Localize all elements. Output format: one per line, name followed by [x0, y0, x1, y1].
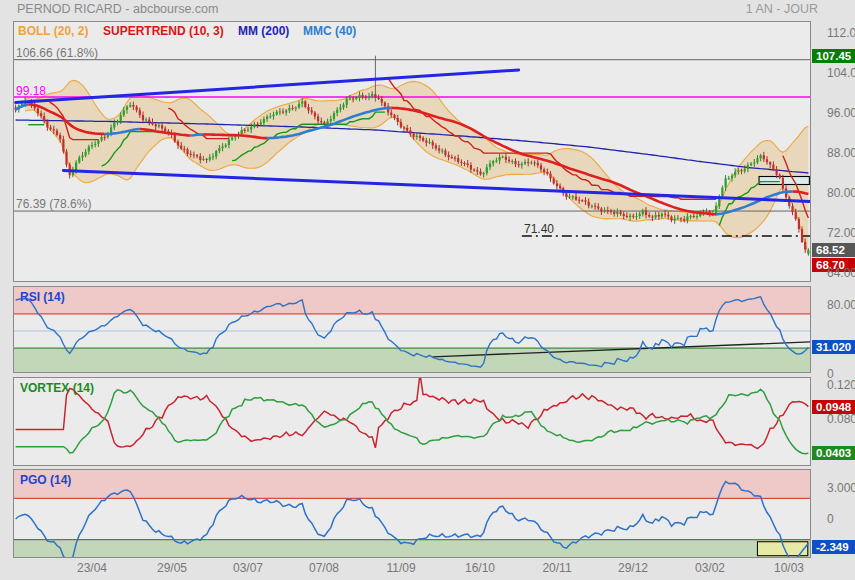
rsi-panel-label: RSI (14) [20, 290, 65, 304]
year-high-badge: 107.45 [812, 49, 855, 63]
vortex-axis-label: 0.0800 [827, 412, 855, 426]
date-axis-label: 23/04 [77, 561, 107, 575]
rsi-axis-label: 80.00 [827, 298, 855, 312]
price-axis-label: 112.00 [827, 26, 855, 40]
fib-786-label: 76.39 (78.6%) [16, 197, 91, 211]
date-axis-label: 16/10 [465, 561, 495, 575]
rsi-value-badge: 31.020 [812, 340, 855, 354]
price-axis-label: 88.00 [827, 146, 855, 160]
price-axis-label: 80.00 [827, 186, 855, 200]
price-axis-label: 72.00 [827, 226, 855, 240]
price-axis-label: 104.00 [827, 66, 855, 80]
last-price-badge: 68.52 [812, 243, 855, 257]
price-axis-label: 64.00 [827, 266, 855, 280]
level-9918-label: 99.18 [16, 84, 46, 98]
vortex-plus-badge: 0.0403 [812, 446, 855, 460]
date-axis-label: 29/12 [618, 561, 648, 575]
instrument-title: PERNOD RICARD - abcbourse.com [17, 2, 218, 16]
pgo-axis-label: 3.000 [827, 481, 855, 495]
date-axis-label: 03/02 [695, 561, 725, 575]
price-axis-label: 96.00 [827, 106, 855, 120]
date-axis-label: 29/05 [157, 561, 187, 575]
period-selector-label: 1 AN - JOUR [746, 2, 818, 16]
pgo-axis-label: 0 [827, 512, 834, 526]
vortex-panel-label: VORTEX (14) [20, 381, 94, 395]
pgo-value-badge: -2.349 [812, 540, 855, 554]
vortex-axis-label: 0.1200 [827, 378, 855, 392]
legend-bollinger[interactable]: BOLL (20, 2) [18, 24, 88, 38]
chart-canvas[interactable] [0, 0, 855, 580]
date-axis-label: 11/09 [386, 561, 415, 575]
chart-application: PERNOD RICARD - abcbourse.com 1 AN - JOU… [0, 0, 855, 580]
date-axis-label: 20/11 [542, 561, 571, 575]
date-axis-label: 07/08 [309, 561, 339, 575]
level-7140-label: 71.40 [524, 222, 554, 236]
fib-618-label: 106.66 (61.8%) [16, 46, 98, 60]
legend-mm200[interactable]: MM (200) [238, 24, 289, 38]
legend-supertrend[interactable]: SUPERTREND (10, 3) [103, 24, 224, 38]
legend-mmc40[interactable]: MMC (40) [303, 24, 356, 38]
date-axis-label: 10/03 [774, 561, 804, 575]
date-axis-label: 03/07 [233, 561, 263, 575]
pgo-panel-label: PGO (14) [20, 473, 71, 487]
